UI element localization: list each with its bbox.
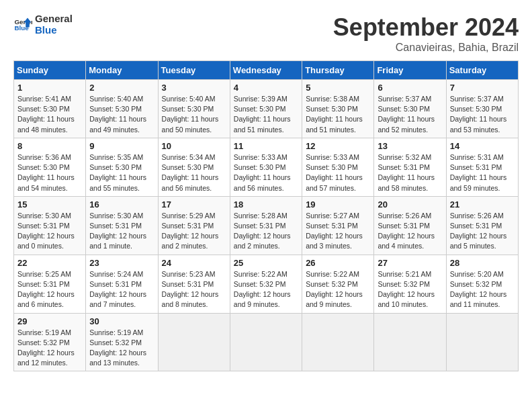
day-number: 1 — [17, 83, 82, 93]
page-header: General Blue General Blue September 2024… — [13, 13, 519, 54]
day-number: 13 — [378, 141, 442, 151]
day-cell: 30Sunrise: 5:19 AM Sunset: 5:32 PM Dayli… — [86, 313, 158, 371]
day-cell: 19Sunrise: 5:27 AM Sunset: 5:31 PM Dayli… — [302, 196, 374, 255]
day-number: 10 — [162, 141, 226, 151]
day-number: 27 — [378, 258, 442, 268]
day-info: Sunrise: 5:24 AM Sunset: 5:31 PM Dayligh… — [89, 269, 154, 310]
day-number: 7 — [450, 83, 515, 93]
day-info: Sunrise: 5:26 AM Sunset: 5:31 PM Dayligh… — [450, 211, 515, 252]
day-cell: 12Sunrise: 5:33 AM Sunset: 5:30 PM Dayli… — [302, 138, 374, 196]
day-info: Sunrise: 5:40 AM Sunset: 5:30 PM Dayligh… — [89, 94, 154, 135]
day-number: 22 — [17, 258, 82, 268]
weekday-header-saturday: Saturday — [446, 61, 518, 80]
day-info: Sunrise: 5:39 AM Sunset: 5:30 PM Dayligh… — [234, 94, 298, 135]
day-info: Sunrise: 5:26 AM Sunset: 5:31 PM Dayligh… — [378, 211, 442, 252]
day-cell: 25Sunrise: 5:22 AM Sunset: 5:32 PM Dayli… — [230, 255, 302, 313]
day-cell: 14Sunrise: 5:31 AM Sunset: 5:31 PM Dayli… — [446, 138, 518, 196]
day-cell: 23Sunrise: 5:24 AM Sunset: 5:31 PM Dayli… — [86, 255, 158, 313]
weekday-header-wednesday: Wednesday — [230, 61, 302, 80]
day-cell — [446, 313, 518, 371]
day-info: Sunrise: 5:27 AM Sunset: 5:31 PM Dayligh… — [306, 211, 370, 252]
day-number: 11 — [234, 141, 298, 151]
day-cell: 17Sunrise: 5:29 AM Sunset: 5:31 PM Dayli… — [158, 196, 230, 255]
day-info: Sunrise: 5:30 AM Sunset: 5:31 PM Dayligh… — [89, 211, 154, 252]
day-cell: 16Sunrise: 5:30 AM Sunset: 5:31 PM Dayli… — [86, 196, 158, 255]
day-info: Sunrise: 5:19 AM Sunset: 5:32 PM Dayligh… — [89, 328, 154, 369]
day-number: 9 — [89, 141, 154, 151]
day-number: 8 — [17, 141, 82, 151]
day-number: 23 — [89, 258, 154, 268]
week-row-5: 29Sunrise: 5:19 AM Sunset: 5:32 PM Dayli… — [14, 313, 519, 371]
day-cell: 7Sunrise: 5:37 AM Sunset: 5:30 PM Daylig… — [446, 80, 518, 138]
weekday-header-row: SundayMondayTuesdayWednesdayThursdayFrid… — [14, 61, 519, 80]
day-info: Sunrise: 5:32 AM Sunset: 5:31 PM Dayligh… — [378, 152, 442, 193]
day-cell: 9Sunrise: 5:35 AM Sunset: 5:30 PM Daylig… — [86, 138, 158, 196]
day-info: Sunrise: 5:22 AM Sunset: 5:32 PM Dayligh… — [234, 269, 298, 310]
day-info: Sunrise: 5:36 AM Sunset: 5:30 PM Dayligh… — [17, 152, 82, 193]
day-info: Sunrise: 5:30 AM Sunset: 5:31 PM Dayligh… — [17, 211, 82, 252]
day-cell: 28Sunrise: 5:20 AM Sunset: 5:32 PM Dayli… — [446, 255, 518, 313]
day-cell: 1Sunrise: 5:41 AM Sunset: 5:30 PM Daylig… — [14, 80, 86, 138]
day-cell: 27Sunrise: 5:21 AM Sunset: 5:32 PM Dayli… — [374, 255, 446, 313]
week-row-1: 1Sunrise: 5:41 AM Sunset: 5:30 PM Daylig… — [14, 80, 519, 138]
weekday-header-monday: Monday — [86, 61, 158, 80]
day-cell: 11Sunrise: 5:33 AM Sunset: 5:30 PM Dayli… — [230, 138, 302, 196]
day-info: Sunrise: 5:20 AM Sunset: 5:32 PM Dayligh… — [450, 269, 515, 310]
day-info: Sunrise: 5:35 AM Sunset: 5:30 PM Dayligh… — [89, 152, 154, 193]
weekday-header-friday: Friday — [374, 61, 446, 80]
day-info: Sunrise: 5:29 AM Sunset: 5:31 PM Dayligh… — [162, 211, 226, 252]
day-cell: 26Sunrise: 5:22 AM Sunset: 5:32 PM Dayli… — [302, 255, 374, 313]
day-number: 5 — [306, 83, 370, 93]
day-number: 25 — [234, 258, 298, 268]
day-info: Sunrise: 5:21 AM Sunset: 5:32 PM Dayligh… — [378, 269, 442, 310]
day-number: 6 — [378, 83, 442, 93]
week-row-3: 15Sunrise: 5:30 AM Sunset: 5:31 PM Dayli… — [14, 196, 519, 255]
day-cell: 2Sunrise: 5:40 AM Sunset: 5:30 PM Daylig… — [86, 80, 158, 138]
day-info: Sunrise: 5:33 AM Sunset: 5:30 PM Dayligh… — [306, 152, 370, 193]
day-cell: 18Sunrise: 5:28 AM Sunset: 5:31 PM Dayli… — [230, 196, 302, 255]
day-cell: 21Sunrise: 5:26 AM Sunset: 5:31 PM Dayli… — [446, 196, 518, 255]
day-number: 3 — [162, 83, 226, 93]
day-number: 20 — [378, 199, 442, 210]
weekday-header-thursday: Thursday — [302, 61, 374, 80]
weekday-header-tuesday: Tuesday — [158, 61, 230, 80]
day-info: Sunrise: 5:33 AM Sunset: 5:30 PM Dayligh… — [234, 152, 298, 193]
location: Canavieiras, Bahia, Brazil — [333, 42, 519, 54]
day-info: Sunrise: 5:37 AM Sunset: 5:30 PM Dayligh… — [378, 94, 442, 135]
day-info: Sunrise: 5:28 AM Sunset: 5:31 PM Dayligh… — [234, 211, 298, 252]
day-cell: 6Sunrise: 5:37 AM Sunset: 5:30 PM Daylig… — [374, 80, 446, 138]
day-number: 21 — [450, 199, 515, 210]
month-title: September 2024 — [333, 13, 519, 42]
day-cell: 20Sunrise: 5:26 AM Sunset: 5:31 PM Dayli… — [374, 196, 446, 255]
day-cell: 4Sunrise: 5:39 AM Sunset: 5:30 PM Daylig… — [230, 80, 302, 138]
day-number: 24 — [162, 258, 226, 268]
day-cell — [374, 313, 446, 371]
day-cell: 22Sunrise: 5:25 AM Sunset: 5:31 PM Dayli… — [14, 255, 86, 313]
day-cell — [302, 313, 374, 371]
day-cell: 8Sunrise: 5:36 AM Sunset: 5:30 PM Daylig… — [14, 138, 86, 196]
day-number: 29 — [17, 316, 82, 326]
day-number: 17 — [162, 199, 226, 210]
logo-icon: General Blue — [13, 15, 32, 34]
day-cell: 29Sunrise: 5:19 AM Sunset: 5:32 PM Dayli… — [14, 313, 86, 371]
day-info: Sunrise: 5:19 AM Sunset: 5:32 PM Dayligh… — [17, 328, 82, 369]
week-row-2: 8Sunrise: 5:36 AM Sunset: 5:30 PM Daylig… — [14, 138, 519, 196]
day-info: Sunrise: 5:31 AM Sunset: 5:31 PM Dayligh… — [450, 152, 515, 193]
day-cell: 5Sunrise: 5:38 AM Sunset: 5:30 PM Daylig… — [302, 80, 374, 138]
day-info: Sunrise: 5:40 AM Sunset: 5:30 PM Dayligh… — [162, 94, 226, 135]
day-info: Sunrise: 5:23 AM Sunset: 5:31 PM Dayligh… — [162, 269, 226, 310]
day-number: 14 — [450, 141, 515, 151]
day-info: Sunrise: 5:41 AM Sunset: 5:30 PM Dayligh… — [17, 94, 82, 135]
day-info: Sunrise: 5:22 AM Sunset: 5:32 PM Dayligh… — [306, 269, 370, 310]
day-cell: 15Sunrise: 5:30 AM Sunset: 5:31 PM Dayli… — [14, 196, 86, 255]
day-number: 15 — [17, 199, 82, 210]
title-area: September 2024 Canavieiras, Bahia, Brazi… — [333, 13, 519, 54]
day-number: 2 — [89, 83, 154, 93]
day-number: 19 — [306, 199, 370, 210]
week-row-4: 22Sunrise: 5:25 AM Sunset: 5:31 PM Dayli… — [14, 255, 519, 313]
day-info: Sunrise: 5:25 AM Sunset: 5:31 PM Dayligh… — [17, 269, 82, 310]
day-cell: 13Sunrise: 5:32 AM Sunset: 5:31 PM Dayli… — [374, 138, 446, 196]
day-number: 26 — [306, 258, 370, 268]
day-cell — [230, 313, 302, 371]
day-cell: 10Sunrise: 5:34 AM Sunset: 5:30 PM Dayli… — [158, 138, 230, 196]
